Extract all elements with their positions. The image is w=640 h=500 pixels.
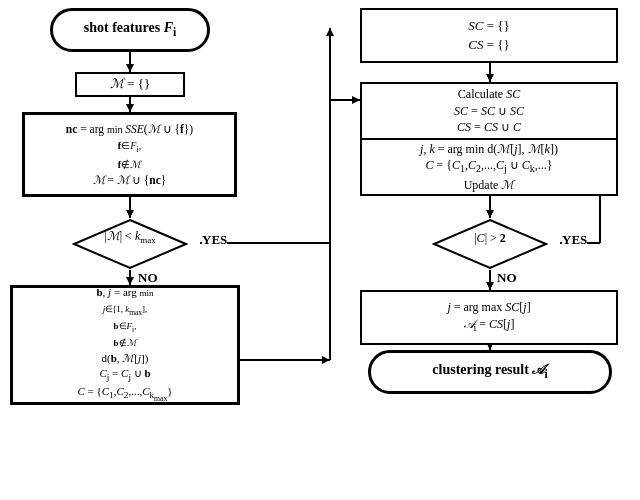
svg-marker-29 bbox=[352, 96, 360, 104]
init-sc-label: SC = {} CS = {} bbox=[468, 17, 509, 53]
svg-marker-14 bbox=[486, 74, 494, 82]
argmax-j-box: j = arg max SC[j] 𝒜i = CS[j] bbox=[360, 290, 618, 345]
svg-marker-18 bbox=[486, 210, 494, 218]
argmin-jk-box: j, k = arg min d(ℳ[j], ℳ[k]) C = {C1,C2,… bbox=[360, 138, 618, 196]
shot-features-box: shot features Fi bbox=[50, 8, 210, 52]
svg-marker-12 bbox=[322, 356, 330, 364]
svg-marker-24 bbox=[486, 282, 494, 290]
svg-marker-8 bbox=[326, 28, 334, 36]
argmax-j-label: j = arg max SC[j] 𝒜i = CS[j] bbox=[447, 299, 530, 335]
svg-marker-1 bbox=[126, 64, 134, 72]
calc-sc-box: Calculate SC SC = SC ∪ SC CS = CS ∪ C bbox=[360, 82, 618, 140]
svg-text:|C| > 2: |C| > 2 bbox=[474, 231, 506, 245]
no-label-2: NO bbox=[497, 270, 517, 286]
flowchart-diagram: shot features Fi ℳ = {} nc = arg min SSE… bbox=[0, 0, 640, 500]
init-sc-box: SC = {} CS = {} bbox=[360, 8, 618, 63]
no-label-1: NO bbox=[138, 270, 158, 286]
argmin-b-label: b, j = arg min j∈[1, kmax], b∈Fi, b∉ℳ d(… bbox=[77, 285, 172, 404]
diamond-m-box: |ℳ| < kmax bbox=[72, 218, 188, 270]
argmin-jk-label: j, k = arg min d(ℳ[j], ℳ[k]) C = {C1,C2,… bbox=[420, 141, 558, 194]
svg-marker-30 bbox=[74, 220, 186, 268]
diamond-m-shape: |ℳ| < kmax bbox=[72, 218, 188, 270]
yes-label-2: YES bbox=[562, 232, 587, 248]
argmin-nc-label: nc = arg min SSE(ℳ ∪ {f}) f∈Fi, f∉ℳ ℳ = … bbox=[66, 121, 193, 188]
argmin-b-box: b, j = arg min j∈[1, kmax], b∈Fi, b∉ℳ d(… bbox=[10, 285, 240, 405]
calc-sc-label: Calculate SC SC = SC ∪ SC CS = CS ∪ C bbox=[454, 86, 524, 136]
init-m-label: ℳ = {} bbox=[110, 75, 150, 93]
svg-marker-5 bbox=[126, 210, 134, 218]
result-box: clustering result 𝒜i bbox=[368, 350, 612, 394]
shot-features-label: shot features Fi bbox=[84, 18, 176, 41]
result-label: clustering result 𝒜i bbox=[432, 360, 547, 383]
init-m-box: ℳ = {} bbox=[75, 72, 185, 97]
diamond-c-box: |C| > 2 bbox=[432, 218, 548, 270]
svg-marker-10 bbox=[126, 277, 134, 285]
diamond-c-shape: |C| > 2 bbox=[432, 218, 548, 270]
svg-marker-3 bbox=[126, 104, 134, 112]
yes-label-1: YES bbox=[202, 232, 227, 248]
argmin-nc-box: nc = arg min SSE(ℳ ∪ {f}) f∈Fi, f∉ℳ ℳ = … bbox=[22, 112, 237, 197]
